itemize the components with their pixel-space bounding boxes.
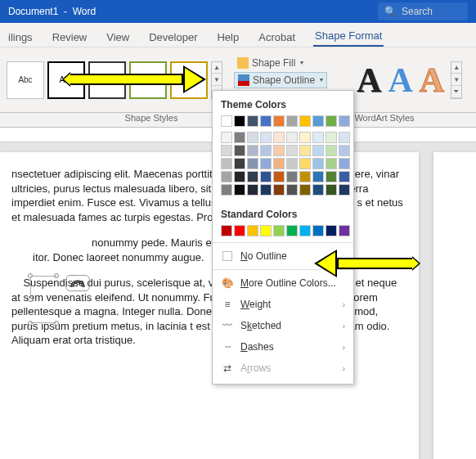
color-swatch[interactable] [312, 132, 324, 143]
tab-developer[interactable]: Developer [147, 28, 199, 47]
color-swatch[interactable] [234, 171, 245, 182]
color-swatch[interactable] [234, 158, 245, 169]
color-swatch[interactable] [221, 225, 232, 236]
tab-mailings[interactable]: ilings [7, 28, 34, 47]
color-swatch[interactable] [286, 225, 298, 236]
shape-fill-button[interactable]: Shape Fill ▾ [234, 56, 327, 70]
color-swatch[interactable] [312, 115, 324, 127]
color-swatch[interactable] [312, 171, 324, 182]
color-swatch[interactable] [286, 158, 298, 169]
color-swatch[interactable] [221, 171, 232, 182]
color-swatch[interactable] [247, 158, 258, 169]
gallery-down-icon[interactable]: ▼ [451, 74, 461, 86]
color-swatch[interactable] [312, 225, 324, 236]
color-swatch[interactable] [299, 132, 311, 143]
color-swatch[interactable] [247, 184, 258, 196]
color-swatch[interactable] [286, 115, 298, 127]
color-swatch[interactable] [247, 225, 258, 236]
color-swatch[interactable] [312, 184, 324, 196]
color-swatch[interactable] [326, 115, 337, 127]
color-swatch[interactable] [273, 132, 285, 143]
color-swatch[interactable] [234, 115, 245, 127]
color-swatch[interactable] [312, 158, 324, 169]
color-swatch[interactable] [234, 225, 245, 236]
color-swatch[interactable] [339, 171, 350, 182]
color-swatch[interactable] [221, 145, 232, 156]
tab-view[interactable]: View [105, 28, 131, 47]
color-swatch[interactable] [247, 171, 258, 182]
color-swatch[interactable] [286, 171, 298, 182]
color-swatch[interactable] [339, 225, 350, 236]
color-swatch[interactable] [221, 115, 232, 127]
gallery-down-icon[interactable]: ▼ [212, 74, 222, 86]
color-swatch[interactable] [286, 132, 298, 143]
color-swatch[interactable] [273, 184, 285, 196]
color-swatch[interactable] [326, 132, 337, 143]
color-swatch[interactable] [273, 158, 285, 169]
color-swatch[interactable] [299, 115, 311, 127]
color-swatch[interactable] [326, 225, 337, 236]
color-swatch[interactable] [260, 158, 272, 169]
color-swatch[interactable] [247, 115, 258, 127]
color-swatch[interactable] [286, 184, 298, 196]
color-swatch[interactable] [221, 184, 232, 196]
color-swatch[interactable] [286, 145, 298, 156]
page-2[interactable] [433, 152, 476, 459]
tab-acrobat[interactable]: Acrobat [257, 28, 297, 47]
search-box[interactable]: 🔍 Search [378, 2, 468, 20]
color-swatch[interactable] [273, 115, 285, 127]
color-swatch[interactable] [326, 171, 337, 182]
chevron-right-icon: › [343, 343, 345, 352]
page[interactable]: nsectetuer adipiscing elit. Maecenas por… [0, 152, 419, 459]
color-swatch[interactable] [339, 132, 350, 143]
color-swatch[interactable] [260, 171, 272, 182]
sketched-item[interactable]: 〰 Sketched › [213, 315, 353, 336]
color-swatch[interactable] [312, 145, 324, 156]
gallery-up-icon[interactable]: ▲ [451, 62, 461, 74]
standard-colors-header: Standard Colors [213, 205, 353, 225]
shape-style-1[interactable]: Abc [7, 61, 44, 99]
selected-shape[interactable] [28, 273, 59, 326]
color-swatch[interactable] [273, 145, 285, 156]
color-swatch[interactable] [273, 171, 285, 182]
color-swatch[interactable] [260, 225, 272, 236]
color-swatch[interactable] [221, 158, 232, 169]
tab-review[interactable]: Review [51, 28, 89, 47]
color-swatch[interactable] [339, 184, 350, 196]
color-swatch[interactable] [273, 225, 285, 236]
color-swatch[interactable] [234, 184, 245, 196]
gallery-more-icon[interactable]: ⏷ [451, 86, 461, 98]
tab-help[interactable]: Help [215, 28, 240, 47]
wordart-style-3[interactable]: A [420, 61, 444, 100]
color-swatch[interactable] [299, 158, 311, 169]
weight-item[interactable]: ≡ Weight › [213, 294, 353, 315]
color-swatch[interactable] [339, 158, 350, 169]
color-swatch[interactable] [260, 184, 272, 196]
color-swatch[interactable] [339, 115, 350, 127]
color-swatch[interactable] [326, 145, 337, 156]
color-swatch[interactable] [247, 145, 258, 156]
color-swatch[interactable] [221, 132, 232, 143]
shape-rainbow-icon[interactable] [65, 275, 90, 291]
color-swatch[interactable] [326, 158, 337, 169]
color-swatch[interactable] [299, 145, 311, 156]
color-swatch[interactable] [260, 115, 272, 127]
color-swatch[interactable] [260, 145, 272, 156]
gallery-up-icon[interactable]: ▲ [212, 62, 222, 74]
wordart-style-1[interactable]: A [357, 61, 381, 100]
color-swatch[interactable] [299, 184, 311, 196]
color-swatch[interactable] [299, 225, 311, 236]
color-swatch[interactable] [234, 132, 245, 143]
wordart-style-2[interactable]: A [388, 61, 412, 100]
color-swatch[interactable] [299, 171, 311, 182]
color-swatch[interactable] [247, 132, 258, 143]
color-swatch[interactable] [234, 145, 245, 156]
color-swatch[interactable] [326, 184, 337, 196]
tab-shape-format[interactable]: Shape Format [313, 26, 384, 47]
color-swatch[interactable] [339, 145, 350, 156]
standard-colors-row [213, 225, 353, 240]
color-swatch[interactable] [260, 132, 272, 143]
dashes-item[interactable]: ┄ Dashes › [213, 336, 353, 358]
shape-outline-button[interactable]: Shape Outline ▾ [234, 72, 327, 88]
arrows-item[interactable]: ⇄ Arrows › [213, 358, 353, 379]
